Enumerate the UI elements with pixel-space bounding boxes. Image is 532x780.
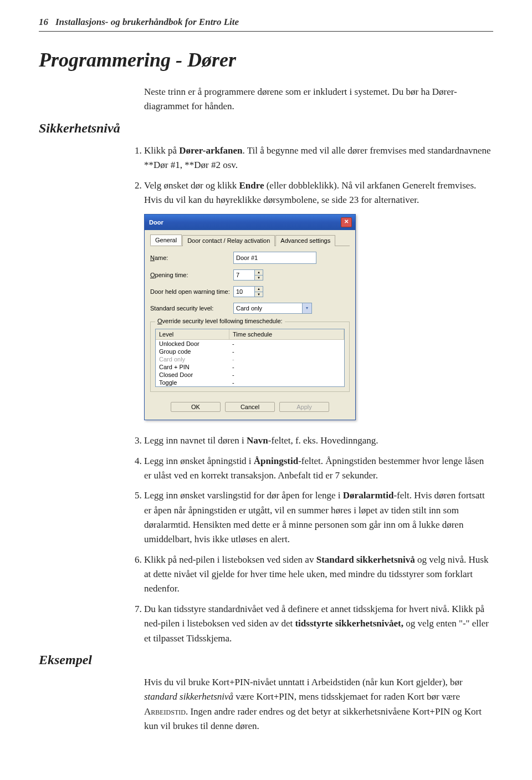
list-item[interactable]: Toggle- [156, 379, 344, 386]
step-5: Legg inn ønsket varslingstid for dør åpe… [144, 488, 493, 547]
list-item-level: Toggle [156, 379, 229, 386]
cancel-button[interactable]: Cancel [225, 402, 275, 412]
tab-panel-general: Name: Opening time: 7 ▲ ▼ [150, 252, 350, 392]
section-heading-example: Eksempel [39, 652, 493, 667]
warning-value: 10 [234, 288, 254, 295]
name-field[interactable] [233, 252, 316, 264]
listview-header: Level Time schedule [156, 329, 344, 340]
step-1: Klikk på Dører-arkfanen. Til å begynne m… [144, 144, 493, 173]
step-3: Legg inn navnet til døren i Navn-feltet,… [144, 434, 493, 448]
override-group: Override security level following timesc… [150, 322, 350, 392]
chevron-up-icon[interactable]: ▲ [255, 270, 263, 276]
dialog-title: Door [149, 219, 163, 226]
tab-advanced[interactable]: Advanced settings [275, 235, 335, 246]
running-title: Installasjons- og brukerhåndbok for Entr… [55, 17, 239, 28]
list-item-timeschedule: - [229, 363, 344, 371]
chevron-down-icon[interactable]: ▼ [255, 276, 263, 281]
list-item[interactable]: Card + PIN- [156, 363, 344, 371]
label-opening: Opening time: [150, 272, 233, 278]
page-title: Programmering - Dører [39, 48, 493, 72]
list-item-timeschedule: - [229, 340, 344, 348]
dialog-screenshot: Door ✕ General Door contact / Relay acti… [144, 214, 493, 420]
row-name: Name: [150, 252, 350, 264]
ok-button[interactable]: OK [171, 402, 221, 412]
list-item[interactable]: Card only- [156, 355, 344, 363]
page-number: 16 [39, 17, 55, 28]
step-4: Legg inn ønsket åpningstid i Åpningstid-… [144, 454, 493, 483]
list-item-level: Card + PIN [156, 363, 229, 371]
intro-text: Neste trinn er å programmere dørene som … [144, 85, 493, 113]
list-item-level: Closed Door [156, 371, 229, 379]
document-page: 16 Installasjons- og brukerhåndbok for E… [0, 0, 532, 765]
list-item-timeschedule: - [229, 355, 344, 363]
dialog-titlebar[interactable]: Door ✕ [145, 215, 355, 230]
seclevel-select[interactable]: Card only ▾ [233, 303, 312, 314]
list-item-level: Card only [156, 355, 229, 363]
chevron-up-icon[interactable]: ▲ [255, 287, 263, 292]
group-title: Override security level following timesc… [155, 318, 285, 324]
step-6: Klikk på ned-pilen i listeboksen ved sid… [144, 553, 493, 597]
seclevel-value: Card only [234, 305, 302, 312]
apply-button: Apply [279, 402, 329, 412]
dialog-body: General Door contact / Relay activation … [145, 230, 355, 420]
step-2: Velg ønsket dør og klikk Endre (eller do… [144, 179, 493, 208]
list-item[interactable]: Closed Door- [156, 371, 344, 379]
warning-stepper[interactable]: 10 ▲ ▼ [233, 286, 263, 297]
list-item-timeschedule: - [229, 371, 344, 379]
dialog-button-row: OK Cancel Apply [150, 396, 350, 414]
tab-strip: General Door contact / Relay activation … [150, 234, 350, 246]
chevron-down-icon[interactable]: ▼ [255, 292, 263, 297]
step-7: Du kan tidsstyre standardnivået ved å de… [144, 602, 493, 646]
example-text: Hvis du vil bruke Kort+PIN-nivået unntat… [144, 675, 493, 733]
list-item-level: Group code [156, 348, 229, 355]
col-level: Level [156, 329, 229, 339]
running-header: 16 Installasjons- og brukerhåndbok for E… [39, 17, 493, 28]
step-list-2: Legg inn navnet til døren i Navn-feltet,… [144, 434, 493, 645]
row-warning: Door held open warning time: 10 ▲ ▼ [150, 286, 350, 297]
chevron-down-icon[interactable]: ▾ [302, 303, 311, 313]
list-item[interactable]: Group code- [156, 348, 344, 355]
door-dialog: Door ✕ General Door contact / Relay acti… [144, 214, 356, 420]
section-heading-security: Sikkerhetsnivå [39, 121, 493, 136]
row-opening: Opening time: 7 ▲ ▼ [150, 269, 350, 281]
close-icon[interactable]: ✕ [341, 217, 352, 227]
list-item[interactable]: Unlocked Door- [156, 340, 344, 348]
label-seclevel: Standard security level: [150, 305, 233, 312]
col-timeschedule: Time schedule [229, 329, 344, 339]
list-item-timeschedule: - [229, 379, 344, 386]
header-rule [39, 31, 493, 32]
tab-contact[interactable]: Door contact / Relay activation [182, 235, 275, 246]
tab-general[interactable]: General [150, 234, 182, 246]
listview-rows: Unlocked Door-Group code-Card only-Card … [156, 340, 344, 386]
row-seclevel: Standard security level: Card only ▾ [150, 303, 350, 314]
list-item-timeschedule: - [229, 348, 344, 355]
step-list-1: Klikk på Dører-arkfanen. Til å begynne m… [144, 144, 493, 207]
opening-value: 7 [234, 272, 254, 278]
label-warning: Door held open warning time: [150, 288, 233, 295]
list-item-level: Unlocked Door [156, 340, 229, 348]
label-name: Name: [150, 254, 233, 261]
opening-stepper[interactable]: 7 ▲ ▼ [233, 269, 263, 281]
override-listview[interactable]: Level Time schedule Unlocked Door-Group … [155, 329, 345, 387]
